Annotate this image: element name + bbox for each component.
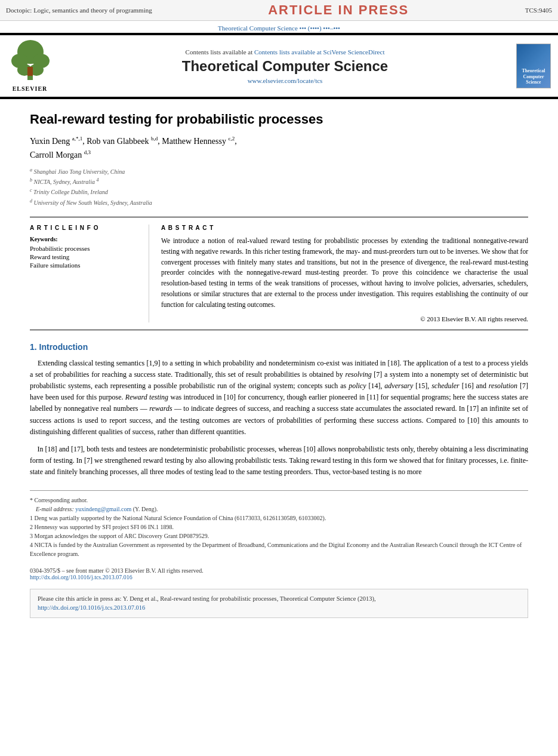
main-header: ELSEVIER Contents lists available at Con… <box>0 34 558 98</box>
keywords-label: Keywords: <box>30 236 140 242</box>
affiliations: a Shanghai Jiao Tong University, China b… <box>30 167 528 208</box>
info-abstract-section: A R T I C L E I N F O Keywords: Probabil… <box>30 217 528 330</box>
doi-link[interactable]: http://dx.doi.org/10.1016/j.tcs.2013.07.… <box>30 574 132 580</box>
tcs-logo-box: TheoreticalComputerScience <box>516 44 551 88</box>
tcs-logo: TheoreticalComputerScience <box>516 44 552 88</box>
intro-para-1: Extending classical testing semantics [1… <box>30 358 528 438</box>
contents-available-line: Contents lists available at Contents lis… <box>60 48 510 56</box>
sciverse-link[interactable]: Contents lists available at SciVerse Sci… <box>254 48 384 56</box>
bottom-info: 0304-3975/$ – see front matter © 2013 El… <box>30 567 528 583</box>
keyword-1: Probabilistic processes <box>30 245 140 252</box>
svg-rect-6 <box>27 67 33 76</box>
fn3-note: 3 Morgan acknowledges the support of ARC… <box>30 531 528 540</box>
journal-url: www.elsevier.com/locate/tcs <box>60 77 510 84</box>
journal-title: Theoretical Computer Science <box>60 58 510 75</box>
authors: Yuxin Deng a,*,1, Rob van Glabbeek b,d, … <box>30 134 528 162</box>
copyright-line: © 2013 Elsevier B.V. All rights reserved… <box>161 315 528 322</box>
elsevier-logo: ELSEVIER <box>6 40 54 92</box>
citation-box: Please cite this article in press as: Y.… <box>30 589 528 619</box>
header-center: Contents lists available at Contents lis… <box>60 48 510 84</box>
article-info: A R T I C L E I N F O Keywords: Probabil… <box>30 225 149 322</box>
tcs-logo-text: TheoreticalComputerScience <box>522 68 545 85</box>
journal-header: Theoretical Computer Science ••• (••••) … <box>0 21 558 33</box>
journal-url-link[interactable]: www.elsevier.com/locate/tcs <box>248 77 323 84</box>
citation-doi-link[interactable]: http://dx.doi.org/10.1016/j.tcs.2013.07.… <box>38 604 145 611</box>
issn-line: 0304-3975/$ – see front matter © 2013 El… <box>30 567 528 574</box>
email-link[interactable]: yuxindeng@gmail.com <box>75 506 131 512</box>
article-id: TCS:9405 <box>525 7 552 14</box>
keyword-2: Reward testing <box>30 253 140 260</box>
fn2-note: 2 Hennessy was supported by SFI project … <box>30 523 528 531</box>
intro-heading: 1. Introduction <box>30 342 528 352</box>
corr-author-note: * Corresponding author. <box>30 496 528 505</box>
citation-text: Please cite this article in press as: Y.… <box>38 595 376 611</box>
doi-line: http://dx.doi.org/10.1016/j.tcs.2013.07.… <box>30 574 528 580</box>
paper-title: Real-reward testing for probabilistic pr… <box>30 111 528 128</box>
top-bar: Doctopic: Logic, semantics and theory of… <box>0 0 558 21</box>
article-info-label: A R T I C L E I N F O <box>30 225 140 231</box>
abstract-text: We introduce a notion of real-valued rew… <box>161 236 528 311</box>
email-note: E-mail address: yuxindeng@gmail.com (Y. … <box>30 505 528 514</box>
elsevier-tree-icon <box>8 40 53 82</box>
abstract-label: A B S T R A C T <box>161 225 528 231</box>
fn4-note: 4 NICTA is funded by the Australian Gove… <box>30 540 528 558</box>
footnote-section: * Corresponding author. E-mail address: … <box>30 490 528 558</box>
intro-para-2: In [18] and [17], both tests and testees… <box>30 444 528 478</box>
elsevier-label: ELSEVIER <box>6 85 54 92</box>
fn1-note: 1 Deng was partially supported by the Na… <box>30 514 528 523</box>
abstract-section: A B S T R A C T We introduce a notion of… <box>161 225 528 322</box>
keyword-3: Failure simulations <box>30 262 140 269</box>
header-rule-bottom <box>0 98 558 99</box>
article-in-press-label: ARTICLE IN PRESS <box>268 2 409 18</box>
journal-ref-line: Theoretical Computer Science ••• (••••) … <box>218 24 340 32</box>
doctopic-label: Doctopic: Logic, semantics and theory of… <box>6 7 152 14</box>
paper-body: Real-reward testing for probabilistic pr… <box>0 111 558 618</box>
